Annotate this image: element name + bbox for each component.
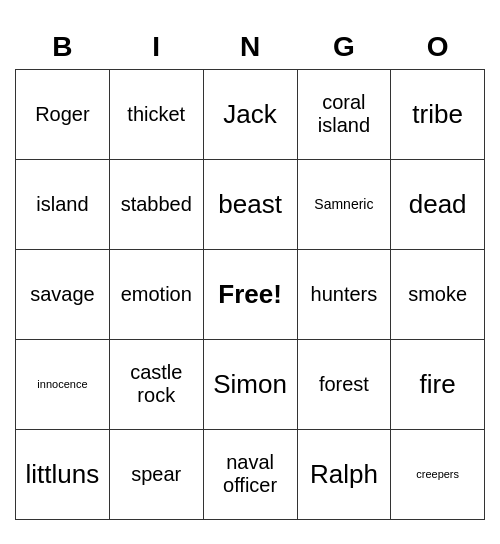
cell-text: Simon (208, 369, 293, 400)
cell-text: naval officer (208, 451, 293, 497)
bingo-cell-1-1: stabbed (109, 159, 203, 249)
bingo-header-O: O (391, 25, 485, 70)
bingo-cell-2-3: hunters (297, 249, 391, 339)
bingo-row-4: littlunsspearnaval officerRalphcreepers (16, 429, 485, 519)
cell-text: stabbed (114, 193, 199, 216)
bingo-cell-2-0: savage (16, 249, 110, 339)
bingo-cell-4-4: creepers (391, 429, 485, 519)
bingo-cell-2-2: Free! (203, 249, 297, 339)
cell-text: dead (395, 189, 480, 220)
cell-text: tribe (395, 99, 480, 130)
bingo-cell-4-2: naval officer (203, 429, 297, 519)
bingo-cell-1-3: Samneric (297, 159, 391, 249)
bingo-cell-0-1: thicket (109, 69, 203, 159)
bingo-cell-1-2: beast (203, 159, 297, 249)
bingo-cell-2-4: smoke (391, 249, 485, 339)
cell-text: forest (302, 373, 387, 396)
cell-text: Samneric (302, 196, 387, 212)
bingo-header-I: I (109, 25, 203, 70)
cell-text: Jack (208, 99, 293, 130)
bingo-cell-3-1: castle rock (109, 339, 203, 429)
bingo-cell-0-4: tribe (391, 69, 485, 159)
cell-text: littluns (20, 459, 105, 490)
bingo-cell-4-0: littluns (16, 429, 110, 519)
bingo-cell-4-1: spear (109, 429, 203, 519)
bingo-cell-3-3: forest (297, 339, 391, 429)
bingo-card: BINGO RogerthicketJackcoral islandtribei… (15, 25, 485, 520)
bingo-header-B: B (16, 25, 110, 70)
bingo-cell-3-2: Simon (203, 339, 297, 429)
cell-text: Ralph (302, 459, 387, 490)
bingo-cell-1-0: island (16, 159, 110, 249)
cell-text: beast (208, 189, 293, 220)
bingo-cell-0-0: Roger (16, 69, 110, 159)
cell-text: thicket (114, 103, 199, 126)
bingo-cell-0-2: Jack (203, 69, 297, 159)
bingo-cell-2-1: emotion (109, 249, 203, 339)
bingo-cell-0-3: coral island (297, 69, 391, 159)
cell-text: Roger (20, 103, 105, 126)
bingo-row-2: savageemotionFree!hunterssmoke (16, 249, 485, 339)
cell-text: savage (20, 283, 105, 306)
cell-text: creepers (395, 468, 480, 480)
cell-text: Free! (208, 279, 293, 310)
bingo-row-3: innocencecastle rockSimonforestfire (16, 339, 485, 429)
cell-text: emotion (114, 283, 199, 306)
cell-text: island (20, 193, 105, 216)
bingo-row-1: islandstabbedbeastSamnericdead (16, 159, 485, 249)
bingo-header-G: G (297, 25, 391, 70)
bingo-header-N: N (203, 25, 297, 70)
cell-text: innocence (20, 378, 105, 390)
bingo-cell-3-0: innocence (16, 339, 110, 429)
bingo-row-0: RogerthicketJackcoral islandtribe (16, 69, 485, 159)
bingo-cell-3-4: fire (391, 339, 485, 429)
cell-text: castle rock (114, 361, 199, 407)
cell-text: coral island (302, 91, 387, 137)
bingo-cell-1-4: dead (391, 159, 485, 249)
cell-text: spear (114, 463, 199, 486)
bingo-cell-4-3: Ralph (297, 429, 391, 519)
cell-text: fire (395, 369, 480, 400)
cell-text: hunters (302, 283, 387, 306)
cell-text: smoke (395, 283, 480, 306)
